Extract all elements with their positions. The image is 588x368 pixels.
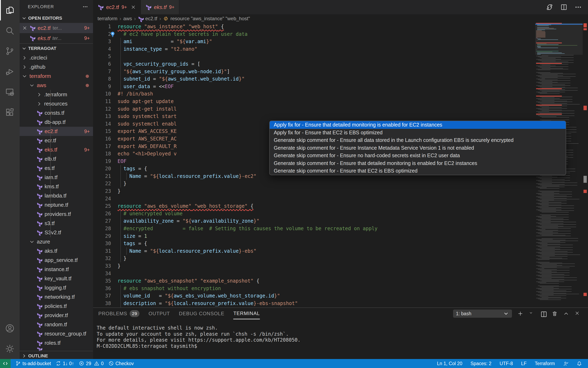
code-line-9[interactable]: 9 user_data = <<EOF bbox=[93, 83, 588, 90]
outline-section[interactable]: OUTLINE bbox=[20, 351, 93, 359]
more-actions-icon[interactable] bbox=[83, 4, 88, 9]
terminal-shell-select[interactable]: 1: bash bbox=[453, 310, 512, 318]
tree-item-clipped[interactable] bbox=[20, 348, 93, 351]
tree-item-.circleci[interactable]: .circleci bbox=[20, 53, 93, 62]
maximize-panel-icon[interactable] bbox=[563, 311, 569, 317]
tree-item-policies.tf[interactable]: policies.tf bbox=[20, 302, 93, 311]
tree-item-resources[interactable]: resources bbox=[20, 99, 93, 108]
code-line-10[interactable]: 10#! /bin/bash bbox=[93, 90, 588, 98]
quickfix-item-5[interactable]: Generate skip comment for - Ensure no ha… bbox=[270, 152, 566, 159]
open-changes-icon[interactable] bbox=[546, 3, 553, 11]
code-line-33[interactable]: 33} bbox=[93, 262, 588, 270]
code-line-29[interactable]: 29 size = 1 bbox=[93, 232, 588, 240]
quickfix-item-7[interactable]: Generate skip comment for - Ensure that … bbox=[270, 167, 566, 175]
close-icon[interactable] bbox=[22, 25, 28, 31]
status-bell[interactable] bbox=[577, 361, 582, 366]
tree-item-elb.tf[interactable]: elb.tf bbox=[20, 154, 93, 164]
lightbulb-autofix-icon[interactable] bbox=[109, 31, 116, 38]
tree-item-providers.tf[interactable]: providers.tf bbox=[20, 210, 93, 219]
status-feedback[interactable] bbox=[563, 361, 568, 366]
status-lf[interactable]: LF bbox=[521, 361, 527, 366]
status-error[interactable]: 29 bbox=[79, 361, 91, 366]
tree-item-neptune.tf[interactable]: neptune.tf bbox=[20, 200, 93, 210]
activity-item-account[interactable] bbox=[0, 318, 20, 339]
split-editor-icon[interactable] bbox=[560, 3, 568, 11]
new-terminal-icon[interactable] bbox=[517, 311, 524, 317]
status-checkov[interactable]: Checkov bbox=[109, 361, 134, 366]
tree-item-terraform[interactable]: terraform bbox=[20, 72, 93, 81]
quickfix-item-4[interactable]: Generate skip comment for - Ensure Insta… bbox=[270, 144, 566, 152]
open-editors-section[interactable]: OPEN EDITORS bbox=[20, 13, 93, 23]
close-panel-icon[interactable] bbox=[575, 311, 581, 317]
new-terminal-dropdown-icon[interactable] bbox=[529, 311, 535, 317]
kill-terminal-icon[interactable] bbox=[551, 311, 558, 317]
activity-item-run-debug[interactable] bbox=[0, 61, 20, 82]
tree-item-logging.tf[interactable]: logging.tf bbox=[20, 283, 93, 292]
code-line-8[interactable]: 8 subnet_id = "${aws_subnet.web_subnet.i… bbox=[93, 75, 588, 83]
tree-item-roles.tf[interactable]: roles.tf bbox=[20, 338, 93, 348]
terminal-output[interactable]: The default interactive shell is now zsh… bbox=[93, 319, 588, 349]
code-line-13[interactable]: 13sudo systemctl start bbox=[93, 113, 588, 120]
activity-item-extensions[interactable] bbox=[0, 102, 20, 123]
status-branch[interactable]: ts-add-bucket bbox=[16, 361, 51, 366]
status-warning[interactable]: 0 bbox=[94, 361, 104, 366]
code-line-35[interactable]: 35resource "aws_ebs_snapshot" "example_s… bbox=[93, 277, 588, 285]
activity-item-settings[interactable] bbox=[0, 339, 20, 359]
panel-tab-terminal[interactable]: TERMINAL bbox=[233, 308, 260, 319]
minimap-slider[interactable] bbox=[535, 23, 583, 55]
tree-item-eks.tf[interactable]: eks.tf9+ bbox=[20, 145, 93, 154]
tree-item-random.tf[interactable]: random.tf bbox=[20, 320, 93, 329]
code-line-3[interactable]: 3 ami = "${var.ami}" bbox=[93, 38, 588, 45]
status-terraform[interactable]: Terraform bbox=[535, 361, 555, 366]
activity-item-source-control[interactable] bbox=[0, 41, 20, 61]
code-line-36[interactable]: 36 # ebs snapshot without encryption bbox=[93, 285, 588, 292]
tree-item-db-app.tf[interactable]: db-app.tf bbox=[20, 118, 93, 127]
more-actions-icon[interactable] bbox=[575, 3, 582, 11]
breadcrumb-item[interactable]: terraform bbox=[98, 16, 117, 21]
activity-item-remote-explorer[interactable] bbox=[0, 82, 20, 102]
code-line-30[interactable]: 30 tags = { bbox=[93, 240, 588, 247]
code-line-38[interactable]: 38 description = "${local.resource_prefi… bbox=[93, 300, 588, 307]
tree-item-ec2.tf[interactable]: ec2.tf9+ bbox=[20, 127, 93, 136]
code-line-11[interactable]: 11sudo apt-get update bbox=[93, 98, 588, 105]
tree-item-consts.tf[interactable]: consts.tf bbox=[20, 108, 93, 118]
tree-item-instance.tf[interactable]: instance.tf bbox=[20, 265, 93, 274]
breadcrumb-item[interactable]: aws bbox=[123, 16, 132, 21]
panel-tab-problems[interactable]: PROBLEMS29 bbox=[98, 308, 139, 319]
project-section[interactable]: TERRAGOAT bbox=[20, 43, 93, 53]
open-editor-eks.tf[interactable]: eks.tfter...9+ bbox=[20, 33, 93, 43]
tree-item-iam.tf[interactable]: iam.tf bbox=[20, 173, 93, 182]
code-line-5[interactable]: 5 bbox=[93, 53, 588, 60]
tree-item-s3.tf[interactable]: s3.tf bbox=[20, 219, 93, 228]
code-line-7[interactable]: 7 "${aws_security_group.web-node.id}"] bbox=[93, 68, 588, 75]
code-line-1[interactable]: 1resource "aws_instance" "web_host" { bbox=[93, 23, 588, 30]
tree-item-.terraform[interactable]: .terraform bbox=[20, 90, 93, 99]
tree-item-ecr.tf[interactable]: ecr.tf bbox=[20, 136, 93, 145]
code-line-4[interactable]: 4 instance_type = "t2.nano" bbox=[93, 45, 588, 53]
code-line-32[interactable]: 32 } bbox=[93, 255, 588, 262]
tree-item-S3v2.tf[interactable]: S3v2.tf bbox=[20, 228, 93, 237]
tree-item-aks.tf[interactable]: aks.tf bbox=[20, 246, 93, 256]
tree-item-provider.tf[interactable]: provider.tf bbox=[20, 311, 93, 320]
code-line-22[interactable]: 22 } bbox=[93, 180, 588, 187]
status-sync[interactable]: 1↓ 0↑ bbox=[56, 361, 74, 366]
tree-item-app_service.tf[interactable]: app_service.tf bbox=[20, 256, 93, 265]
tree-item-aws[interactable]: aws bbox=[20, 81, 93, 90]
code-line-2[interactable]: 2 # ec2 have plain text secrets in user … bbox=[93, 30, 588, 38]
tree-item-networking.tf[interactable]: networking.tf bbox=[20, 292, 93, 302]
remote-indicator[interactable] bbox=[0, 359, 11, 368]
tree-item-resource_group.tf[interactable]: resource_group.tf bbox=[20, 329, 93, 338]
breadcrumb[interactable]: terraform›aws›ec2.tf›resource "aws_insta… bbox=[93, 14, 588, 23]
code-line-24[interactable]: 24 bbox=[93, 195, 588, 202]
close-icon[interactable] bbox=[131, 4, 136, 10]
tree-item-kms.tf[interactable]: kms.tf bbox=[20, 182, 93, 191]
breadcrumb-item[interactable]: ec2.tf bbox=[145, 16, 157, 21]
quickfix-item-6[interactable]: Generate skip comment for - Ensure that … bbox=[270, 159, 566, 167]
code-line-23[interactable]: 23} bbox=[93, 187, 588, 195]
tree-item-.github[interactable]: .github bbox=[20, 62, 93, 72]
activity-item-explorer[interactable] bbox=[0, 0, 20, 20]
code-line-26[interactable]: 26 # unencrypted volume bbox=[93, 210, 588, 218]
quickfix-item-3[interactable]: Generate skip comment for - Ensure all d… bbox=[270, 136, 566, 144]
activity-item-search[interactable] bbox=[0, 20, 20, 41]
panel-tab-debug-console[interactable]: DEBUG CONSOLE bbox=[179, 308, 224, 319]
